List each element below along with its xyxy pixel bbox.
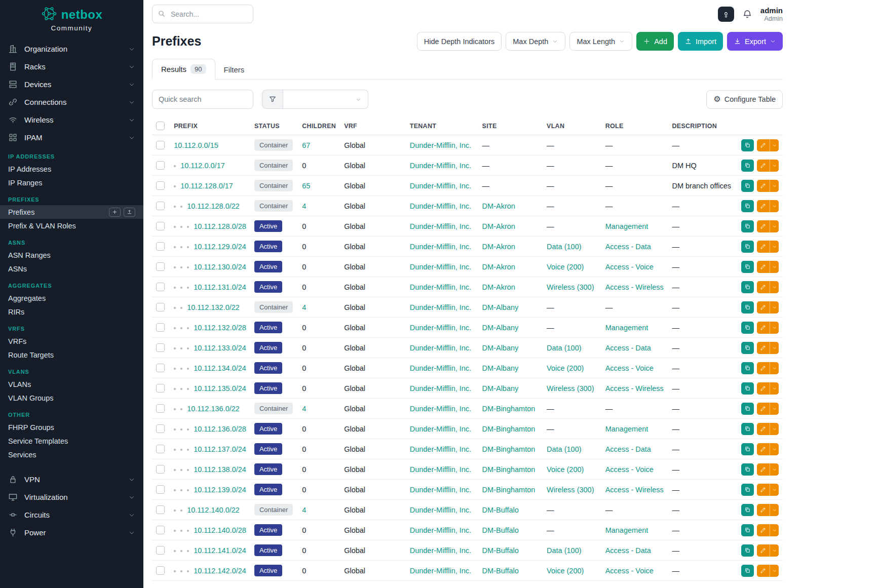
- edit-dropdown-toggle[interactable]: [770, 403, 779, 415]
- site-link[interactable]: DM-Albany: [482, 344, 519, 352]
- role-link[interactable]: Management: [605, 425, 648, 433]
- children-count-link[interactable]: 4: [302, 506, 306, 514]
- tenant-link[interactable]: Dunder-Mifflin, Inc.: [410, 303, 471, 311]
- column-header-tenant[interactable]: TENANT: [406, 117, 478, 135]
- row-checkbox[interactable]: [156, 364, 165, 372]
- copy-button[interactable]: [741, 220, 754, 232]
- saved-filter-select[interactable]: [283, 90, 368, 109]
- copy-button[interactable]: [741, 261, 754, 273]
- edit-button[interactable]: [757, 261, 770, 273]
- role-link[interactable]: Access - Data: [605, 243, 651, 251]
- tenant-link[interactable]: Dunder-Mifflin, Inc.: [410, 222, 471, 230]
- row-checkbox[interactable]: [156, 465, 165, 474]
- edit-dropdown-toggle[interactable]: [770, 301, 779, 313]
- edit-button[interactable]: [757, 524, 770, 536]
- role-link[interactable]: Access - Data: [605, 445, 651, 453]
- site-link[interactable]: DM-Binghamton: [482, 405, 536, 413]
- edit-dropdown-toggle[interactable]: [770, 160, 779, 172]
- site-link[interactable]: DM-Akron: [482, 283, 515, 291]
- tenant-link[interactable]: Dunder-Mifflin, Inc.: [410, 283, 471, 291]
- tenant-link[interactable]: Dunder-Mifflin, Inc.: [410, 384, 471, 393]
- edit-button[interactable]: [757, 484, 770, 496]
- copy-button[interactable]: [741, 342, 754, 354]
- prefix-link[interactable]: 10.112.135.0/24: [194, 384, 246, 393]
- row-checkbox[interactable]: [156, 242, 165, 251]
- edit-button[interactable]: [757, 220, 770, 232]
- row-checkbox[interactable]: [156, 546, 165, 555]
- row-checkbox[interactable]: [156, 141, 165, 149]
- row-checkbox[interactable]: [156, 283, 165, 291]
- column-header-role[interactable]: ROLE: [601, 117, 668, 135]
- max-length-dropdown[interactable]: Max Length: [569, 32, 632, 51]
- user-menu[interactable]: admin Admin: [760, 6, 783, 22]
- vlan-link[interactable]: Data (100): [547, 546, 582, 555]
- site-link[interactable]: DM-Akron: [482, 243, 515, 251]
- copy-button[interactable]: [741, 544, 754, 557]
- sidebar-add-prefix-button[interactable]: [109, 208, 121, 217]
- copy-button[interactable]: [741, 281, 754, 293]
- site-link[interactable]: DM-Albany: [482, 303, 519, 311]
- sidebar-item-power[interactable]: Power: [0, 524, 143, 541]
- edit-button[interactable]: [757, 423, 770, 435]
- edit-dropdown-toggle[interactable]: [770, 544, 779, 557]
- site-link[interactable]: DM-Albany: [482, 384, 519, 393]
- edit-button[interactable]: [757, 281, 770, 293]
- brand[interactable]: netbox Community: [0, 0, 143, 34]
- edit-button[interactable]: [757, 139, 770, 151]
- copy-button[interactable]: [741, 463, 754, 476]
- sidebar-item-wireless[interactable]: Wireless: [0, 111, 143, 129]
- prefix-link[interactable]: 10.112.0.0/15: [174, 141, 218, 149]
- role-link[interactable]: Access - Wireless: [605, 384, 664, 393]
- row-checkbox[interactable]: [156, 343, 165, 352]
- vlan-link[interactable]: Data (100): [547, 243, 582, 251]
- add-button[interactable]: Add: [636, 32, 674, 51]
- copy-button[interactable]: [741, 160, 754, 172]
- edit-button[interactable]: [757, 504, 770, 516]
- edit-dropdown-toggle[interactable]: [770, 139, 779, 151]
- sidebar-item-racks[interactable]: Racks: [0, 58, 143, 75]
- site-link[interactable]: DM-Buffalo: [482, 526, 519, 534]
- prefix-link[interactable]: 10.112.138.0/24: [194, 465, 246, 474]
- sidebar-item-ip-addresses[interactable]: IP Addresses: [0, 162, 143, 176]
- tenant-link[interactable]: Dunder-Mifflin, Inc.: [410, 182, 471, 190]
- edit-button[interactable]: [757, 160, 770, 172]
- prefix-link[interactable]: 10.112.142.0/24: [194, 567, 246, 575]
- copy-button[interactable]: [741, 301, 754, 313]
- site-link[interactable]: DM-Albany: [482, 364, 519, 372]
- prefix-link[interactable]: 10.112.132.0/28: [194, 324, 246, 332]
- select-all-checkbox[interactable]: [156, 122, 165, 130]
- column-header-prefix[interactable]: PREFIX: [170, 117, 250, 135]
- children-count-link[interactable]: 67: [302, 141, 310, 149]
- tenant-link[interactable]: Dunder-Mifflin, Inc.: [410, 324, 471, 332]
- tab-filters[interactable]: Filters: [215, 60, 253, 79]
- vlan-link[interactable]: Voice (200): [547, 567, 584, 575]
- copy-button[interactable]: [741, 139, 754, 151]
- edit-dropdown-toggle[interactable]: [770, 565, 779, 577]
- edit-dropdown-toggle[interactable]: [770, 322, 779, 334]
- row-checkbox[interactable]: [156, 303, 165, 311]
- row-checkbox[interactable]: [156, 161, 165, 170]
- tenant-link[interactable]: Dunder-Mifflin, Inc.: [410, 202, 471, 210]
- vlan-link[interactable]: Voice (200): [547, 465, 584, 474]
- sidebar-item-aggregates[interactable]: Aggregates: [0, 291, 143, 305]
- row-checkbox[interactable]: [156, 202, 165, 210]
- role-link[interactable]: Management: [605, 324, 648, 332]
- row-checkbox[interactable]: [156, 323, 165, 332]
- sidebar-item-vlan-groups[interactable]: VLAN Groups: [0, 391, 143, 405]
- prefix-link[interactable]: 10.112.128.0/28: [194, 222, 246, 230]
- sidebar-item-organization[interactable]: Organization: [0, 40, 143, 58]
- vlan-link[interactable]: Wireless (300): [547, 486, 594, 494]
- column-header-vrf[interactable]: VRF: [340, 117, 406, 135]
- copy-button[interactable]: [741, 484, 754, 496]
- sidebar-item-asns[interactable]: ASNs: [0, 262, 143, 276]
- edit-dropdown-toggle[interactable]: [770, 281, 779, 293]
- edit-dropdown-toggle[interactable]: [770, 261, 779, 273]
- vlan-link[interactable]: Data (100): [547, 344, 582, 352]
- sidebar-item-vrfs[interactable]: VRFs: [0, 334, 143, 348]
- filter-button[interactable]: [262, 90, 283, 109]
- column-header-site[interactable]: SITE: [478, 117, 543, 135]
- row-checkbox[interactable]: [156, 424, 165, 433]
- tenant-link[interactable]: Dunder-Mifflin, Inc.: [410, 506, 471, 514]
- tenant-link[interactable]: Dunder-Mifflin, Inc.: [410, 486, 471, 494]
- children-count-link[interactable]: 4: [302, 303, 306, 311]
